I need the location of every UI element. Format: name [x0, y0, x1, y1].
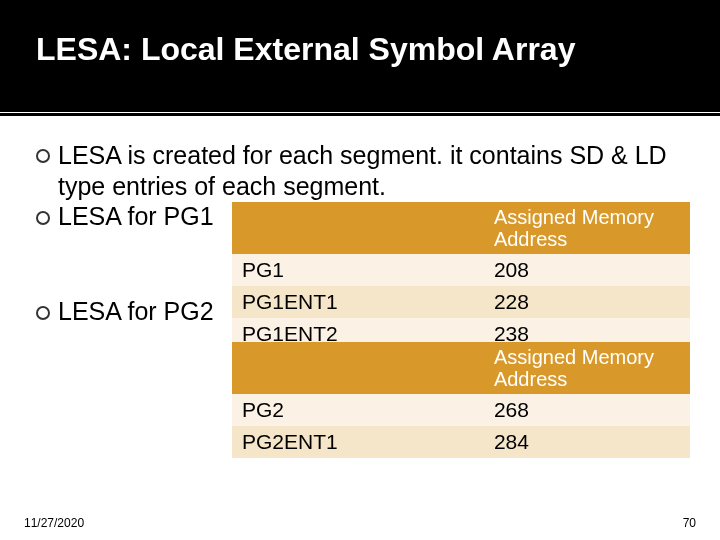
bullet-main: LESA is created for each segment. it con…	[36, 140, 696, 203]
cell-addr: 268	[484, 394, 690, 426]
bullet-pg2-text: LESA for PG2	[58, 297, 246, 326]
cell-name: PG1ENT1	[232, 286, 484, 318]
table-header-addr: Assigned Memory Address	[484, 342, 690, 394]
table-row: PG2 268	[232, 394, 690, 426]
cell-addr: 208	[484, 254, 690, 286]
bullet-icon	[36, 149, 50, 163]
cell-name: PG2	[232, 394, 484, 426]
cell-addr: 228	[484, 286, 690, 318]
table-header-addr: Assigned Memory Address	[484, 202, 690, 254]
bullet-pg1-text: LESA for PG1	[58, 202, 246, 231]
table-header-blank	[232, 202, 484, 254]
table-header-row: Assigned Memory Address	[232, 342, 690, 394]
table-row: PG1ENT1 228	[232, 286, 690, 318]
table-row: PG2ENT1 284	[232, 426, 690, 458]
cell-addr: 284	[484, 426, 690, 458]
lesa-table-pg2: Assigned Memory Address PG2 268 PG2ENT1 …	[232, 342, 690, 458]
bullet-icon	[36, 306, 50, 320]
table-header-blank	[232, 342, 484, 394]
slide-title: LESA: Local External Symbol Array	[0, 0, 575, 67]
cell-name: PG2ENT1	[232, 426, 484, 458]
lesa-table-pg1: Assigned Memory Address PG1 208 PG1ENT1 …	[232, 202, 690, 350]
table-row: PG1 208	[232, 254, 690, 286]
bullet-pg2: LESA for PG2	[36, 297, 246, 326]
content-area: LESA is created for each segment. it con…	[36, 140, 696, 205]
title-underline	[0, 113, 720, 116]
title-bar: LESA: Local External Symbol Array	[0, 0, 720, 112]
footer-date: 11/27/2020	[24, 516, 84, 530]
bullet-pg1: LESA for PG1	[36, 202, 246, 231]
footer-page-number: 70	[683, 516, 696, 530]
bullet-main-text: LESA is created for each segment. it con…	[58, 140, 696, 203]
table-header-row: Assigned Memory Address	[232, 202, 690, 254]
cell-name: PG1	[232, 254, 484, 286]
bullet-icon	[36, 211, 50, 225]
